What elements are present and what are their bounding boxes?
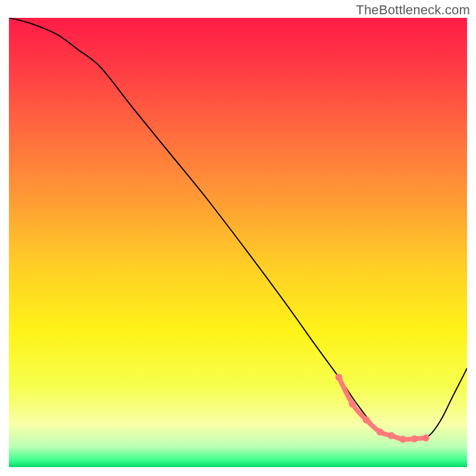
- optimal-zone-marker: [363, 416, 370, 424]
- optimal-zone-marker: [422, 434, 430, 441]
- optimal-zone-marker: [377, 428, 384, 436]
- plot-background: [9, 18, 467, 467]
- optimal-zone-marker: [335, 374, 342, 381]
- watermark-text: TheBottleneck.com: [356, 2, 470, 18]
- optimal-zone-marker: [388, 432, 395, 439]
- optimal-zone-marker: [411, 435, 418, 442]
- optimal-zone-marker: [399, 436, 406, 443]
- chart-svg: [0, 0, 476, 476]
- optimal-zone-marker: [349, 400, 356, 408]
- chart-stage: TheBottleneck.com: [0, 0, 476, 476]
